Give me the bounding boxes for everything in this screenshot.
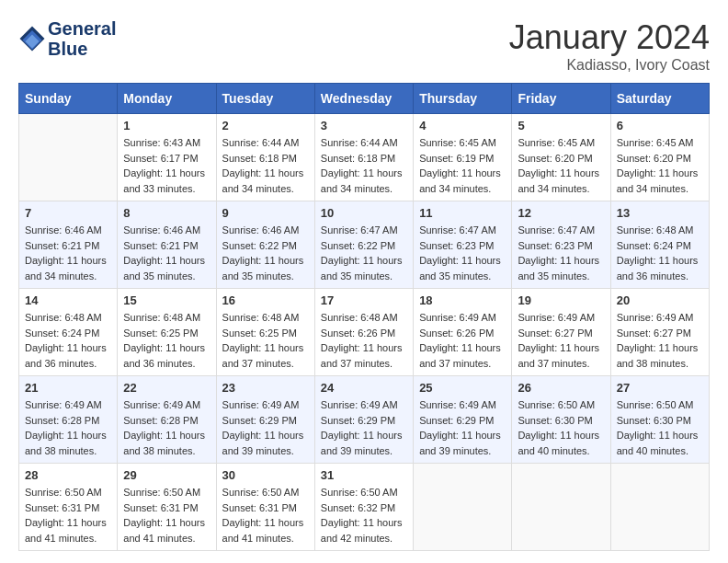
calendar-cell: 29Sunrise: 6:50 AMSunset: 6:31 PMDayligh… — [118, 464, 216, 551]
calendar-cell: 28Sunrise: 6:50 AMSunset: 6:31 PMDayligh… — [19, 464, 118, 551]
calendar-cell: 25Sunrise: 6:49 AMSunset: 6:29 PMDayligh… — [414, 376, 512, 464]
day-number: 18 — [419, 293, 506, 307]
day-number: 30 — [222, 468, 309, 482]
day-number: 5 — [518, 119, 604, 132]
day-info: Sunrise: 6:46 AMSunset: 6:21 PMDaylight:… — [25, 223, 111, 283]
day-info: Sunrise: 6:45 AMSunset: 6:20 PMDaylight:… — [518, 135, 604, 196]
day-info: Sunrise: 6:49 AMSunset: 6:28 PMDaylight:… — [123, 397, 210, 458]
logo: General Blue — [18, 18, 116, 59]
calendar-cell — [610, 464, 709, 551]
day-info: Sunrise: 6:44 AMSunset: 6:18 PMDaylight:… — [321, 135, 407, 196]
day-info: Sunrise: 6:49 AMSunset: 6:26 PMDaylight:… — [419, 310, 506, 371]
day-number: 16 — [222, 293, 309, 307]
calendar-cell: 16Sunrise: 6:48 AMSunset: 6:25 PMDayligh… — [216, 289, 314, 376]
calendar-cell: 8Sunrise: 6:46 AMSunset: 6:21 PMDaylight… — [118, 201, 216, 289]
calendar-cell: 30Sunrise: 6:50 AMSunset: 6:31 PMDayligh… — [216, 464, 314, 551]
day-info: Sunrise: 6:48 AMSunset: 6:26 PMDaylight:… — [321, 310, 407, 371]
calendar-table: SundayMondayTuesdayWednesdayThursdayFrid… — [18, 83, 710, 551]
calendar-week-row: 1Sunrise: 6:43 AMSunset: 6:17 PMDaylight… — [19, 114, 710, 201]
day-number: 9 — [222, 206, 309, 220]
day-number: 25 — [419, 381, 506, 395]
calendar-cell: 7Sunrise: 6:46 AMSunset: 6:21 PMDaylight… — [19, 201, 118, 289]
logo-line2: Blue — [48, 39, 116, 59]
calendar-week-row: 14Sunrise: 6:48 AMSunset: 6:24 PMDayligh… — [19, 289, 710, 376]
day-info: Sunrise: 6:48 AMSunset: 6:25 PMDaylight:… — [222, 310, 309, 371]
weekday-header: Sunday — [19, 84, 118, 114]
calendar-week-row: 28Sunrise: 6:50 AMSunset: 6:31 PMDayligh… — [19, 464, 710, 551]
day-number: 10 — [321, 206, 407, 220]
month-title: January 2024 — [509, 18, 710, 57]
day-number: 12 — [518, 206, 604, 220]
calendar-cell — [414, 464, 512, 551]
calendar-week-row: 7Sunrise: 6:46 AMSunset: 6:21 PMDaylight… — [19, 201, 710, 289]
weekday-header: Tuesday — [216, 84, 314, 114]
weekday-header: Friday — [512, 84, 610, 114]
day-number: 7 — [25, 206, 111, 220]
calendar-cell: 12Sunrise: 6:47 AMSunset: 6:23 PMDayligh… — [512, 201, 610, 289]
logo-icon — [18, 25, 46, 52]
day-number: 21 — [25, 381, 111, 395]
day-info: Sunrise: 6:49 AMSunset: 6:27 PMDaylight:… — [518, 310, 604, 371]
calendar-cell: 6Sunrise: 6:45 AMSunset: 6:20 PMDaylight… — [610, 114, 709, 201]
weekday-header: Saturday — [610, 84, 709, 114]
day-info: Sunrise: 6:47 AMSunset: 6:23 PMDaylight:… — [419, 223, 506, 283]
calendar-cell: 26Sunrise: 6:50 AMSunset: 6:30 PMDayligh… — [512, 376, 610, 464]
weekday-header: Thursday — [414, 84, 512, 114]
calendar-cell: 31Sunrise: 6:50 AMSunset: 6:32 PMDayligh… — [314, 464, 413, 551]
calendar-cell — [19, 114, 118, 201]
day-number: 13 — [617, 206, 703, 220]
day-info: Sunrise: 6:48 AMSunset: 6:24 PMDaylight:… — [617, 223, 703, 283]
calendar-cell: 9Sunrise: 6:46 AMSunset: 6:22 PMDaylight… — [216, 201, 314, 289]
calendar-cell: 1Sunrise: 6:43 AMSunset: 6:17 PMDaylight… — [118, 114, 216, 201]
day-number: 1 — [123, 119, 210, 132]
day-number: 28 — [25, 468, 111, 482]
day-info: Sunrise: 6:50 AMSunset: 6:31 PMDaylight:… — [25, 485, 111, 546]
day-info: Sunrise: 6:49 AMSunset: 6:29 PMDaylight:… — [222, 397, 309, 458]
day-number: 19 — [518, 293, 604, 307]
calendar-cell: 17Sunrise: 6:48 AMSunset: 6:26 PMDayligh… — [314, 289, 413, 376]
calendar-cell: 3Sunrise: 6:44 AMSunset: 6:18 PMDaylight… — [314, 114, 413, 201]
day-info: Sunrise: 6:45 AMSunset: 6:19 PMDaylight:… — [419, 135, 506, 196]
calendar-cell: 4Sunrise: 6:45 AMSunset: 6:19 PMDaylight… — [414, 114, 512, 201]
weekday-header-row: SundayMondayTuesdayWednesdayThursdayFrid… — [19, 84, 710, 114]
day-info: Sunrise: 6:45 AMSunset: 6:20 PMDaylight:… — [617, 135, 703, 196]
day-info: Sunrise: 6:49 AMSunset: 6:28 PMDaylight:… — [25, 397, 111, 458]
calendar-cell: 15Sunrise: 6:48 AMSunset: 6:25 PMDayligh… — [118, 289, 216, 376]
day-number: 15 — [123, 293, 210, 307]
day-info: Sunrise: 6:48 AMSunset: 6:25 PMDaylight:… — [123, 310, 210, 371]
calendar-cell: 22Sunrise: 6:49 AMSunset: 6:28 PMDayligh… — [118, 376, 216, 464]
calendar-cell: 18Sunrise: 6:49 AMSunset: 6:26 PMDayligh… — [414, 289, 512, 376]
calendar-cell: 13Sunrise: 6:48 AMSunset: 6:24 PMDayligh… — [610, 201, 709, 289]
day-number: 6 — [617, 119, 703, 132]
day-info: Sunrise: 6:49 AMSunset: 6:29 PMDaylight:… — [321, 397, 407, 458]
day-number: 27 — [617, 381, 703, 395]
calendar-cell — [512, 464, 610, 551]
day-number: 31 — [321, 468, 407, 482]
calendar-cell: 2Sunrise: 6:44 AMSunset: 6:18 PMDaylight… — [216, 114, 314, 201]
calendar-cell: 11Sunrise: 6:47 AMSunset: 6:23 PMDayligh… — [414, 201, 512, 289]
day-number: 11 — [419, 206, 506, 220]
day-info: Sunrise: 6:47 AMSunset: 6:22 PMDaylight:… — [321, 223, 407, 283]
calendar-cell: 10Sunrise: 6:47 AMSunset: 6:22 PMDayligh… — [314, 201, 413, 289]
page-header: General Blue January 2024 Kadiasso, Ivor… — [18, 18, 710, 74]
calendar-cell: 20Sunrise: 6:49 AMSunset: 6:27 PMDayligh… — [610, 289, 709, 376]
day-number: 3 — [321, 119, 407, 132]
calendar-cell: 5Sunrise: 6:45 AMSunset: 6:20 PMDaylight… — [512, 114, 610, 201]
day-info: Sunrise: 6:50 AMSunset: 6:32 PMDaylight:… — [321, 485, 407, 546]
day-number: 26 — [518, 381, 604, 395]
calendar-cell: 14Sunrise: 6:48 AMSunset: 6:24 PMDayligh… — [19, 289, 118, 376]
calendar-cell: 23Sunrise: 6:49 AMSunset: 6:29 PMDayligh… — [216, 376, 314, 464]
calendar-cell: 19Sunrise: 6:49 AMSunset: 6:27 PMDayligh… — [512, 289, 610, 376]
calendar-week-row: 21Sunrise: 6:49 AMSunset: 6:28 PMDayligh… — [19, 376, 710, 464]
day-info: Sunrise: 6:49 AMSunset: 6:29 PMDaylight:… — [419, 397, 506, 458]
location-subtitle: Kadiasso, Ivory Coast — [509, 57, 710, 74]
calendar-cell: 24Sunrise: 6:49 AMSunset: 6:29 PMDayligh… — [314, 376, 413, 464]
day-number: 14 — [25, 293, 111, 307]
day-info: Sunrise: 6:50 AMSunset: 6:31 PMDaylight:… — [222, 485, 309, 546]
day-number: 22 — [123, 381, 210, 395]
weekday-header: Monday — [118, 84, 216, 114]
day-info: Sunrise: 6:49 AMSunset: 6:27 PMDaylight:… — [617, 310, 703, 371]
day-info: Sunrise: 6:43 AMSunset: 6:17 PMDaylight:… — [123, 135, 210, 196]
logo-line1: General — [48, 18, 116, 39]
weekday-header: Wednesday — [314, 84, 413, 114]
